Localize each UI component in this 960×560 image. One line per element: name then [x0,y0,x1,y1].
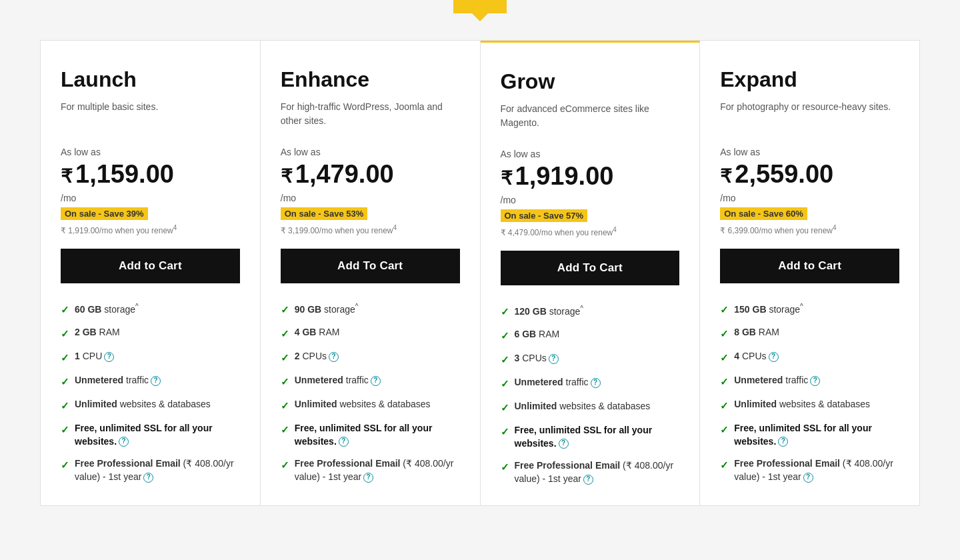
feature-text-expand-0: storage^ [767,304,803,315]
feature-item: ✓ 6 GB RAM [501,328,680,343]
feature-text-grow-3: traffic [563,377,589,387]
add-to-cart-button-expand[interactable]: Add to Cart [720,249,899,283]
check-icon: ✓ [61,423,69,437]
info-icon-expand-6[interactable]: ? [803,473,813,483]
feature-content-enhance-3: Unmetered traffic? [295,374,381,387]
info-icon-enhance-3[interactable]: ? [371,376,381,386]
renewal-price-grow: ₹ 4,479.00/mo when you renew4 [501,226,680,237]
as-low-as-launch: As low as [61,147,240,157]
page-wrapper: Launch For multiple basic sites. As low … [0,0,960,560]
price-period-enhance: /mo [281,193,460,203]
info-icon-grow-5[interactable]: ? [559,439,569,449]
add-to-cart-button-grow[interactable]: Add To Cart [501,251,680,285]
feature-content-launch-4: Unlimited websites & databases [75,398,211,411]
feature-item: ✓ 150 GB storage^ [720,302,899,317]
price-currency-launch: ₹ [61,165,73,187]
best-value-banner [453,0,507,13]
feature-item: ✓ 3 CPUs? [501,352,680,367]
check-icon: ✓ [281,399,289,413]
price-amount-expand: 2,559.00 [735,160,833,189]
pricing-container: Launch For multiple basic sites. As low … [40,0,920,506]
add-to-cart-button-enhance[interactable]: Add To Cart [281,249,460,283]
check-icon: ✓ [720,458,729,472]
check-icon: ✓ [720,399,729,413]
feature-text-enhance-3: traffic [343,375,369,385]
info-icon-launch-3[interactable]: ? [151,376,161,386]
feature-text-launch-2: CPU [80,351,102,361]
feature-item: ✓ Unmetered traffic? [61,374,240,389]
check-icon: ✓ [61,458,69,472]
feature-item: ✓ 2 GB RAM [61,326,240,341]
check-icon: ✓ [61,327,69,341]
check-icon: ✓ [501,425,509,439]
plan-description-launch: For multiple basic sites. [61,100,240,133]
feature-item: ✓ 4 GB RAM [281,326,460,341]
info-icon-grow-6[interactable]: ? [583,475,593,485]
feature-content-expand-3: Unmetered traffic? [734,374,820,387]
feature-text-launch-4: websites & databases [117,399,211,409]
feature-text-grow-2: CPUs [519,353,546,363]
feature-content-grow-6: Free Professional Email (₹ 408.00/yr val… [515,459,680,485]
info-icon-expand-3[interactable]: ? [810,376,820,386]
info-icon-expand-2[interactable]: ? [769,352,779,362]
add-to-cart-button-launch[interactable]: Add to Cart [61,249,240,283]
sale-badge-expand: On sale - Save 60% [720,207,807,220]
price-period-launch: /mo [61,193,240,203]
feature-item: ✓ Unmetered traffic? [281,374,460,389]
check-icon: ✓ [281,458,289,472]
info-icon-enhance-5[interactable]: ? [339,437,349,447]
feature-text-grow-0: storage^ [547,306,583,317]
feature-content-grow-1: 6 GB RAM [515,328,560,341]
check-icon: ✓ [61,303,69,317]
features-list-launch: ✓ 60 GB storage^ ✓ 2 GB RAM ✓ 1 CPU? ✓ U… [61,302,240,483]
best-value-area [40,0,920,40]
feature-content-enhance-5: Free, unlimited SSL for all your website… [295,422,460,448]
check-icon: ✓ [501,353,509,367]
info-icon-launch-6[interactable]: ? [143,473,153,483]
info-icon-grow-2[interactable]: ? [549,354,559,364]
plan-name-expand: Expand [720,67,899,92]
feature-text-launch-1: RAM [97,327,120,337]
feature-item: ✓ Free, unlimited SSL for all your websi… [281,422,460,448]
feature-bold-launch-2: 1 [75,351,80,361]
price-row-enhance: ₹ 1,479.00 [281,160,460,189]
feature-content-launch-6: Free Professional Email (₹ 408.00/yr val… [75,457,240,483]
feature-item: ✓ 60 GB storage^ [61,302,240,317]
price-currency-expand: ₹ [720,165,732,187]
feature-item: ✓ Free Professional Email (₹ 408.00/yr v… [720,457,899,483]
feature-content-enhance-1: 4 GB RAM [295,326,340,339]
feature-ssl-bold-grow: Free, unlimited SSL for all your website… [515,425,653,449]
feature-content-launch-5: Free, unlimited SSL for all your website… [75,422,240,448]
check-icon: ✓ [281,375,289,389]
check-icon: ✓ [501,460,509,474]
info-icon-launch-5[interactable]: ? [119,437,129,447]
feature-content-launch-0: 60 GB storage^ [75,302,139,316]
feature-content-enhance-2: 2 CPUs? [295,350,339,363]
info-icon-enhance-2[interactable]: ? [329,352,339,362]
feature-item: ✓ Free Professional Email (₹ 408.00/yr v… [501,459,680,485]
info-icon-launch-2[interactable]: ? [104,352,114,362]
plan-card-launch: Launch For multiple basic sites. As low … [41,41,261,505]
price-amount-grow: 1,919.00 [515,162,614,191]
feature-item: ✓ Unlimited websites & databases [720,398,899,413]
feature-item: ✓ 2 CPUs? [281,350,460,365]
plan-description-grow: For advanced eCommerce sites like Magent… [501,102,680,135]
feature-item: ✓ Free, unlimited SSL for all your websi… [720,422,899,448]
check-icon: ✓ [281,327,289,341]
check-icon: ✓ [501,329,509,343]
plan-card-expand: Expand For photography or resource-heavy… [700,41,919,505]
as-low-as-grow: As low as [501,149,680,159]
feature-bold-grow-0: 120 GB [515,306,547,317]
check-icon: ✓ [281,351,289,365]
check-icon: ✓ [720,423,729,437]
info-icon-enhance-6[interactable]: ? [363,473,373,483]
feature-text-expand-4: websites & databases [777,399,870,409]
info-icon-expand-5[interactable]: ? [778,437,788,447]
features-list-enhance: ✓ 90 GB storage^ ✓ 4 GB RAM ✓ 2 CPUs? ✓ … [281,302,460,483]
feature-content-launch-1: 2 GB RAM [75,326,120,339]
feature-item: ✓ Unlimited websites & databases [501,400,680,415]
feature-text-expand-3: traffic [783,375,808,385]
renewal-price-enhance: ₹ 3,199.00/mo when you renew4 [281,224,460,235]
info-icon-grow-3[interactable]: ? [591,378,601,388]
check-icon: ✓ [501,377,509,391]
